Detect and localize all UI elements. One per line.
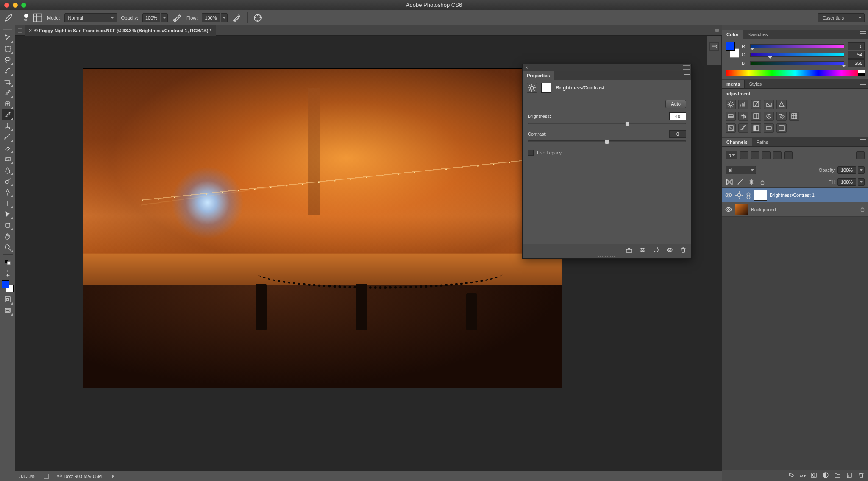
path-select-tool[interactable] bbox=[2, 209, 14, 220]
tab-adjustments[interactable]: ments bbox=[722, 80, 745, 88]
visibility-toggle[interactable] bbox=[725, 191, 732, 199]
fill-field[interactable]: 100% bbox=[837, 178, 856, 186]
color-fg-bg-chips[interactable] bbox=[726, 42, 737, 55]
adj-channelmixer-icon[interactable] bbox=[776, 112, 787, 121]
filter-pixel-icon[interactable] bbox=[740, 151, 748, 159]
tab-color[interactable]: Color bbox=[722, 30, 743, 39]
contrast-slider[interactable] bbox=[528, 140, 686, 142]
lock-transparent-icon[interactable] bbox=[726, 178, 733, 186]
brush-panel-toggle[interactable] bbox=[33, 13, 43, 23]
blend-mode-dropdown[interactable]: al bbox=[726, 166, 756, 174]
color-panel-menu[interactable] bbox=[860, 31, 866, 36]
airbrush-toggle[interactable] bbox=[232, 13, 242, 23]
blend-mode-select[interactable]: Normal bbox=[64, 13, 117, 22]
mask-thumb-icon[interactable] bbox=[541, 83, 551, 93]
doc-tab-grip[interactable] bbox=[18, 28, 22, 33]
brush-tool[interactable] bbox=[2, 109, 14, 120]
lock-pixels-icon[interactable] bbox=[737, 178, 744, 186]
eraser-tool[interactable] bbox=[2, 143, 14, 154]
new-adjustment-button[interactable] bbox=[822, 472, 829, 479]
tab-styles[interactable]: Styles bbox=[745, 80, 766, 88]
document-tab[interactable]: × © Foggy Night in San Francisco.NEF @ 3… bbox=[25, 25, 216, 36]
brightness-input[interactable]: 40 bbox=[669, 112, 686, 120]
hand-tool[interactable] bbox=[2, 231, 14, 242]
tab-properties[interactable]: Properties bbox=[523, 71, 554, 80]
lasso-tool[interactable] bbox=[2, 54, 14, 65]
layer-row-adjustment[interactable]: Brightness/Contrast 1 bbox=[722, 188, 868, 202]
brush-preset-picker[interactable]: 90 bbox=[24, 14, 28, 22]
adj-photofilter-icon[interactable] bbox=[764, 112, 774, 121]
type-tool[interactable] bbox=[2, 198, 14, 209]
default-colors-button[interactable] bbox=[2, 257, 14, 268]
pen-tool[interactable] bbox=[2, 187, 14, 198]
lock-position-icon[interactable] bbox=[748, 178, 755, 186]
tab-paths[interactable]: Paths bbox=[752, 138, 773, 146]
filter-toggle[interactable] bbox=[856, 151, 865, 159]
channels-panel-menu[interactable] bbox=[860, 139, 866, 144]
gradient-tool[interactable] bbox=[2, 154, 14, 165]
collapsed-panel-strip[interactable] bbox=[707, 36, 722, 65]
adj-colorbalance-icon[interactable] bbox=[738, 112, 748, 121]
adj-levels-icon[interactable] bbox=[738, 100, 748, 109]
filter-shape-icon[interactable] bbox=[773, 151, 782, 159]
shape-tool[interactable] bbox=[2, 220, 14, 231]
eyedropper-tool[interactable] bbox=[2, 87, 14, 98]
zoom-level[interactable]: 33.33% bbox=[19, 474, 35, 479]
foreground-background-colors[interactable] bbox=[2, 280, 14, 292]
doc-info[interactable]: Doc: 90.5M/90.5M bbox=[64, 474, 102, 479]
r-value[interactable]: 0 bbox=[848, 42, 865, 50]
use-legacy-checkbox[interactable] bbox=[528, 150, 534, 156]
tab-swatches[interactable]: Swatches bbox=[743, 30, 773, 39]
move-tool[interactable] bbox=[2, 32, 14, 43]
status-menu-button[interactable] bbox=[112, 474, 116, 478]
collapse-panel-button[interactable] bbox=[683, 65, 690, 70]
foreground-color-chip[interactable] bbox=[2, 280, 9, 288]
layer-opacity-dropdown[interactable] bbox=[858, 166, 865, 174]
layer-thumbnail[interactable] bbox=[735, 204, 748, 215]
color-spectrum-bar[interactable] bbox=[726, 70, 865, 76]
adj-selectivecolor-icon[interactable] bbox=[776, 123, 787, 133]
fill-dropdown[interactable] bbox=[858, 178, 865, 186]
adj-bw-icon[interactable] bbox=[751, 112, 761, 121]
pressure-opacity-toggle[interactable] bbox=[172, 13, 182, 23]
dock-grip[interactable] bbox=[722, 25, 868, 30]
adj-hue-icon[interactable] bbox=[726, 112, 736, 121]
g-value[interactable]: 54 bbox=[848, 51, 865, 59]
layer-name[interactable]: Brightness/Contrast 1 bbox=[770, 193, 815, 198]
zoom-tool[interactable] bbox=[2, 242, 14, 253]
workspace-switcher[interactable]: Essentials bbox=[818, 13, 865, 22]
marquee-tool[interactable] bbox=[2, 43, 14, 54]
adj-posterize-icon[interactable] bbox=[738, 123, 748, 133]
layer-opacity-field[interactable]: 100% bbox=[837, 166, 856, 174]
adjustment-type-icon[interactable] bbox=[527, 83, 537, 93]
visibility-toggle[interactable] bbox=[725, 206, 732, 213]
flow-dropdown[interactable] bbox=[221, 13, 228, 22]
clone-stamp-tool[interactable] bbox=[2, 120, 14, 131]
tool-preset-picker[interactable] bbox=[3, 13, 14, 23]
properties-panel-menu[interactable] bbox=[684, 73, 690, 78]
screen-mode-button[interactable] bbox=[2, 305, 14, 316]
auto-button[interactable]: Auto bbox=[665, 100, 686, 108]
quick-select-tool[interactable] bbox=[2, 65, 14, 76]
adj-curves-icon[interactable] bbox=[751, 100, 761, 109]
delete-adjustment-button[interactable] bbox=[679, 246, 687, 253]
close-panel-button[interactable]: × bbox=[524, 65, 529, 70]
layer-row-background[interactable]: Background bbox=[722, 202, 868, 217]
swap-colors-button[interactable] bbox=[2, 268, 14, 279]
link-layers-button[interactable] bbox=[788, 472, 795, 479]
adjustments-panel-menu[interactable] bbox=[860, 81, 866, 86]
brightness-slider[interactable] bbox=[528, 123, 686, 124]
contrast-input[interactable]: 0 bbox=[669, 130, 686, 138]
adj-exposure-icon[interactable] bbox=[764, 100, 774, 109]
add-mask-button[interactable] bbox=[810, 472, 817, 479]
pressure-size-toggle[interactable] bbox=[253, 13, 263, 23]
reset-button[interactable] bbox=[652, 246, 660, 253]
lock-all-icon[interactable] bbox=[759, 178, 766, 186]
g-slider[interactable] bbox=[750, 53, 844, 57]
layer-fx-button[interactable]: fx▾ bbox=[800, 473, 805, 478]
filter-adjust-icon[interactable] bbox=[751, 151, 760, 159]
adj-brightness-icon[interactable] bbox=[726, 100, 736, 109]
fg-color-chip[interactable] bbox=[726, 42, 735, 51]
adj-invert-icon[interactable] bbox=[726, 123, 736, 133]
panel-resize-grip[interactable] bbox=[523, 255, 691, 258]
